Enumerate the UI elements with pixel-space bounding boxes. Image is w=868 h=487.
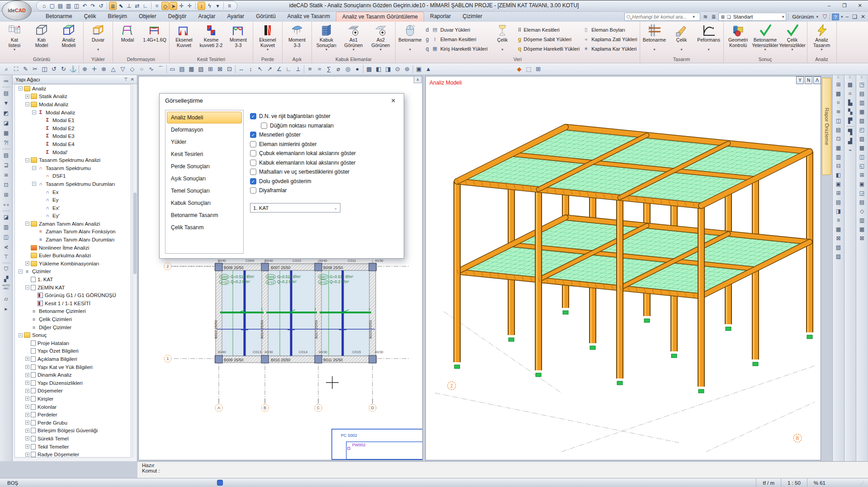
pin-icon[interactable]: ⊤ bbox=[124, 77, 128, 82]
tab-ayarlar[interactable]: Ayarlar bbox=[221, 12, 250, 22]
tree-item-zaman-tan-m-alan-analizi[interactable]: −Zaman Tanım Alanı Analizi bbox=[15, 220, 131, 228]
ribbon-button-betonarmeyetersizlikler[interactable]: BetonarmeYetersizlikler▾ bbox=[752, 22, 779, 56]
tree-expander-icon[interactable]: + bbox=[25, 365, 29, 369]
toolbar-icon-37[interactable]: ∑ bbox=[324, 64, 334, 74]
right-tool-icon-0-0[interactable]: ⊞ bbox=[834, 80, 843, 89]
side-tool-icon-2[interactable]: ▤ bbox=[1, 88, 11, 98]
ribbon-button-as1g-r-nen[interactable]: As1Görünen▾ bbox=[340, 22, 367, 56]
tab-analiz-ve-tasar-m[interactable]: Analiz ve Tasarım bbox=[282, 12, 336, 22]
zoom-indicator[interactable]: % 61 bbox=[807, 478, 832, 487]
right-tool-icon-0-18[interactable]: ▧ bbox=[834, 243, 843, 252]
side-tool-icon-18[interactable]: ◫ bbox=[1, 232, 11, 242]
right-tool-icon-2-15[interactable]: ▥ bbox=[858, 216, 867, 225]
toolbar-icon-42[interactable]: ▩ bbox=[364, 64, 374, 74]
tree-expander-icon[interactable]: + bbox=[25, 357, 29, 361]
tree-item-modal-[interactable]: ΣModal' bbox=[15, 148, 131, 156]
ribbon-button-eksenelkuvvet[interactable]: EksenelKuvvet bbox=[170, 22, 198, 56]
veri-item-kaplama-zati-y-kleri[interactable]: ≈Kaplama Zati Yükleri bbox=[582, 35, 637, 44]
toolbar-icon-10[interactable]: ✛ bbox=[90, 64, 99, 74]
toolbar-icon-20[interactable]: ▤ bbox=[177, 64, 187, 74]
side-tool-icon-12[interactable]: ⊡ bbox=[1, 180, 11, 190]
right-tool-icon-1-7[interactable]: ▟ bbox=[846, 137, 855, 146]
tree-item-ey[interactable]: ∩Ey bbox=[15, 196, 131, 204]
qat-tool-icon-5[interactable]: ↶ bbox=[81, 2, 89, 10]
side-tool-icon-0[interactable]: ≔ bbox=[1, 76, 11, 86]
view-button-2[interactable]: Λ bbox=[813, 76, 821, 84]
right-tool-icon-2-0[interactable]: ◳ bbox=[858, 80, 867, 89]
dialog-title-bar[interactable]: Görselleştirme ✕ bbox=[160, 94, 404, 107]
side-tool-icon-22[interactable]: ⛉ bbox=[1, 264, 11, 274]
ribbon-button-betonarme[interactable]: Betonarme ▾ bbox=[396, 22, 424, 56]
right-tool-icon-2-12[interactable]: ◲ bbox=[858, 189, 867, 198]
tree-item-nonlineer-i-tme-analizi[interactable]: Nonlineer İtme Analizi bbox=[15, 244, 131, 252]
right-tool-icon-0-3[interactable]: ≋ bbox=[834, 107, 843, 116]
tree-item-dinamik-analiz[interactable]: +Dinamik Analiz bbox=[15, 371, 131, 379]
toolbar-icon-36[interactable]: ≈ bbox=[315, 64, 324, 74]
tree-expander-icon[interactable]: + bbox=[25, 405, 29, 409]
qat-tool-icon-22[interactable]: ϟ bbox=[206, 2, 213, 10]
right-tool-icon-0-14[interactable]: ◨ bbox=[834, 207, 843, 216]
right-tool-icon-2-16[interactable]: ▦ bbox=[858, 225, 867, 234]
right-tool-icon-0-19[interactable]: ▨ bbox=[834, 252, 843, 261]
ribbon-button-katlistesi[interactable]: Katlistesi▾ bbox=[1, 22, 28, 56]
tree-expander-icon[interactable]: − bbox=[25, 102, 29, 106]
right-tool-icon-0-8[interactable]: ▥ bbox=[834, 152, 843, 161]
toolbar-icon-14[interactable]: ◇ bbox=[127, 64, 137, 74]
ribbon-button--elik[interactable]: Çelik ▾ bbox=[489, 22, 516, 56]
tree-item-kolonlar[interactable]: +Kolonlar bbox=[15, 403, 131, 411]
right-tool-icon-0-16[interactable]: ▦ bbox=[834, 225, 843, 234]
scroll-up-icon[interactable]: ∧ bbox=[414, 76, 422, 83]
tree-item-ex[interactable]: ∩Ex bbox=[15, 188, 131, 196]
search-dropdown-icon[interactable]: ▾ bbox=[693, 14, 695, 19]
right-tool-icon-2-3[interactable]: ▦ bbox=[858, 107, 867, 116]
toolbar-icon-40[interactable]: ● bbox=[353, 64, 362, 74]
tree-item-a-klama-bilgileri[interactable]: +Açıklama Bilgileri bbox=[15, 355, 131, 363]
tab-g-r-nt-[interactable]: Görüntü bbox=[250, 12, 281, 22]
right-tool-icon-1-4[interactable]: ▛ bbox=[846, 116, 855, 125]
toolbar-icon-12[interactable]: △ bbox=[108, 64, 118, 74]
tree-item-proje-hatalar-[interactable]: Proje Hataları bbox=[15, 339, 131, 347]
tab-betonarme[interactable]: Betonarme bbox=[40, 12, 78, 22]
tree-expander-icon[interactable]: + bbox=[25, 453, 29, 457]
side-tool-icon-20[interactable]: ⊤ bbox=[1, 252, 11, 262]
toolbar-icon-33[interactable]: ⟂ bbox=[293, 64, 303, 74]
dialog-category-kabuk-sonu-lar-[interactable]: Kabuk Sonuçları bbox=[167, 197, 242, 209]
toolbar-icon-27[interactable]: ↔ bbox=[236, 64, 246, 74]
right-tool-icon-1-0[interactable]: ▩ bbox=[846, 80, 855, 89]
toolbar-icon-23[interactable]: ⊞ bbox=[206, 64, 215, 74]
tree-item-d-emeler[interactable]: +Döşemeler bbox=[15, 387, 131, 395]
layer-stack-icon[interactable]: ≣ bbox=[710, 14, 717, 20]
tree-item-zaman-tan-m-alan-fonksiyon[interactable]: ≈Zaman Tanım Alanı Fonksiyon bbox=[15, 228, 131, 236]
toolbar-icon-39[interactable]: ◎ bbox=[343, 64, 353, 74]
command-area[interactable]: Hazır Komut : bbox=[137, 461, 868, 478]
tree-scrollbar[interactable] bbox=[132, 84, 137, 458]
dialog-category-deformasyon[interactable]: Deformasyon bbox=[167, 124, 242, 136]
qat-tool-icon-17[interactable]: ➤ bbox=[170, 2, 177, 10]
ribbon-button-peformans[interactable]: Peformans ▾ bbox=[695, 22, 722, 56]
layer-combo[interactable]: ⊠ ❏ Standart▾ bbox=[718, 13, 786, 21]
tree-item-kesit-1-1-1-kesi-ti-[interactable]: Kesit 1 / 1-1 KESİTİ bbox=[15, 299, 131, 307]
mdi-close-icon[interactable]: ✕ bbox=[860, 14, 866, 20]
right-tool-icon-2-13[interactable]: ▤ bbox=[858, 198, 867, 207]
qat-tool-icon-1[interactable]: ▢ bbox=[48, 2, 56, 10]
right-tool-icon-2-6[interactable]: ▨ bbox=[858, 134, 867, 143]
app-logo-icon[interactable]: ideCAD bbox=[2, 0, 32, 20]
toolbar-icon-25[interactable]: ⊡ bbox=[225, 64, 234, 74]
diaphragm-floor-combo[interactable]: 1. KAT⌄ bbox=[250, 203, 340, 213]
tree-item-modal-e4[interactable]: ΣModal E4 bbox=[15, 140, 131, 148]
dialog-close-icon[interactable]: ✕ bbox=[388, 97, 398, 104]
tree-item-yap-d-zensizlikleri[interactable]: +Yapı Düzensizlikleri bbox=[15, 379, 131, 387]
side-tool-icon-13[interactable]: ⊞ bbox=[1, 190, 11, 200]
ribbon-button-betonarme[interactable]: Betonarme ▾ bbox=[641, 22, 668, 56]
tab-birle-im[interactable]: Birleşim bbox=[102, 12, 133, 22]
tree-expander-icon[interactable]: + bbox=[25, 429, 29, 433]
right-tool-icon-0-12[interactable]: ⊞ bbox=[834, 189, 843, 198]
veri-item-d-eme-hareketli-y-kleri[interactable]: qDöşeme Hareketli Yükleri bbox=[517, 44, 580, 53]
ribbon-button-kabuksonu-lar-[interactable]: KabukSonuçları▾ bbox=[313, 22, 340, 56]
qat-tool-icon-9[interactable]: ≣ bbox=[109, 2, 117, 10]
ribbon-button-modal[interactable]: Modal bbox=[114, 22, 141, 56]
dialog-category-y-kler[interactable]: Yükler bbox=[167, 136, 242, 148]
tab-objeler[interactable]: Objeler bbox=[133, 12, 162, 22]
tab--izimler[interactable]: Çizimler bbox=[457, 12, 488, 22]
layer-color-indicator[interactable] bbox=[217, 480, 223, 486]
